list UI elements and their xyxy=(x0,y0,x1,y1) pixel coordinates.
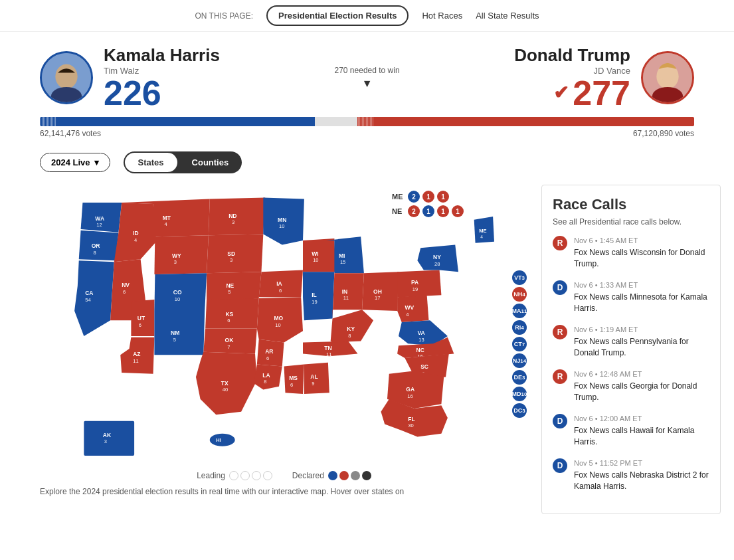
nj-badge: NJ14 xyxy=(512,353,527,368)
svg-text:OR: OR xyxy=(92,242,100,249)
trump-avatar xyxy=(641,51,694,104)
on-this-page-label: ON THIS PAGE: xyxy=(195,11,253,21)
ca-state[interactable] xyxy=(74,260,114,336)
svg-text:WI: WI xyxy=(312,250,318,257)
svg-text:NM: NM xyxy=(171,329,179,336)
counties-toggle-btn[interactable]: Counties xyxy=(179,151,242,173)
svg-text:AK: AK xyxy=(103,432,112,438)
win-checkmark-icon: ✔ xyxy=(553,84,569,102)
call-content: Nov 6 • 1:33 AM ET Fox News calls Minnes… xyxy=(574,280,709,314)
call-text: Fox News calls Minnesota for Kamala Harr… xyxy=(574,292,709,314)
harris-info: Kamala Harris Tim Walz 226 xyxy=(104,45,220,110)
de-badge: DE3 xyxy=(512,370,527,385)
ne-badge-1b: 1 xyxy=(437,205,449,217)
harris-section: Kamala Harris Tim Walz 226 xyxy=(40,45,220,110)
me-badge-2: 2 xyxy=(408,191,420,203)
hot-races-btn[interactable]: Hot Races xyxy=(422,11,462,21)
state-county-toggle: States Counties xyxy=(124,151,242,173)
nh-badge: NH4 xyxy=(512,287,527,302)
svg-text:11: 11 xyxy=(326,351,331,357)
svg-text:IL: IL xyxy=(312,292,317,298)
me-label: ME xyxy=(392,193,405,201)
us-map-svg: WA 12 OR 8 CA 54 NV 6 ID 4 xyxy=(40,184,518,463)
svg-text:KS: KS xyxy=(225,311,233,318)
wi-state[interactable] xyxy=(303,238,335,272)
rep-bar xyxy=(357,117,694,126)
nh-item: NH4 xyxy=(512,287,527,302)
leading-circle-1 xyxy=(229,471,238,480)
svg-text:AZ: AZ xyxy=(133,351,140,357)
svg-text:6: 6 xyxy=(139,322,141,328)
map-left-panel: 2024 Live ▾ States Counties ME 2 1 1 NE xyxy=(40,151,528,514)
ak-state[interactable] xyxy=(84,421,134,456)
svg-text:NE: NE xyxy=(226,282,234,289)
dc-item: DC3 xyxy=(512,403,527,418)
ri-item: RI4 xyxy=(512,320,527,335)
wy-state[interactable] xyxy=(154,235,208,274)
svg-text:13: 13 xyxy=(418,337,424,343)
svg-text:40: 40 xyxy=(223,387,228,393)
trump-name: Donald Trump xyxy=(514,45,630,66)
map-legend: Leading Declared xyxy=(40,471,528,480)
map-controls: 2024 Live ▾ States Counties xyxy=(40,151,528,173)
call-content: Nov 6 • 12:00 AM ET Fox News calls Hawai… xyxy=(574,414,709,448)
svg-text:54: 54 xyxy=(85,297,90,303)
svg-text:WY: WY xyxy=(172,252,181,259)
race-calls-title: Race Calls xyxy=(553,196,709,213)
hi-state[interactable] xyxy=(210,434,235,446)
harris-name: Kamala Harris xyxy=(104,45,220,66)
top-navigation: ON THIS PAGE: Presidential Election Resu… xyxy=(0,0,734,32)
presidential-election-results-btn[interactable]: Presidential Election Results xyxy=(266,5,409,26)
pa-state[interactable] xyxy=(397,270,441,297)
race-calls-list: R Nov 6 • 1:45 AM ET Fox News calls Wisc… xyxy=(553,236,709,492)
call-time: Nov 6 • 1:33 AM ET xyxy=(574,280,709,290)
declared-rep-dot xyxy=(339,471,349,480)
dem-bar xyxy=(40,117,315,126)
all-state-results-btn[interactable]: All State Results xyxy=(476,11,539,21)
svg-text:ND: ND xyxy=(229,213,236,219)
call-content: Nov 6 • 1:19 AM ET Fox News calls Pennsy… xyxy=(574,325,709,359)
call-time: Nov 6 • 12:48 AM ET xyxy=(574,369,709,379)
trump-popular-votes: 67,120,890 votes xyxy=(633,129,694,138)
map-container: ME 2 1 1 NE 2 1 1 1 VT3 xyxy=(40,184,528,466)
il-state[interactable] xyxy=(303,272,334,320)
race-call-item: D Nov 6 • 12:00 AM ET Fox News calls Haw… xyxy=(553,414,709,448)
svg-text:UT: UT xyxy=(138,315,145,322)
call-party-badge: R xyxy=(553,369,567,384)
race-call-item: R Nov 6 • 1:19 AM ET Fox News calls Penn… xyxy=(553,325,709,359)
nd-state[interactable] xyxy=(209,198,265,236)
declared-label: Declared xyxy=(292,471,324,480)
harris-electoral-votes: 226 xyxy=(104,76,220,110)
svg-text:30: 30 xyxy=(408,422,413,428)
declared-dem-dot xyxy=(328,471,337,480)
svg-text:WA: WA xyxy=(95,215,104,222)
svg-text:19: 19 xyxy=(413,286,418,292)
svg-text:MN: MN xyxy=(278,217,286,223)
trump-info: Donald Trump JD Vance ✔ 277 xyxy=(514,45,630,110)
svg-text:LA: LA xyxy=(262,372,270,379)
svg-text:3: 3 xyxy=(104,438,107,444)
call-party-badge: D xyxy=(553,458,567,473)
svg-text:6: 6 xyxy=(227,318,230,324)
call-party-badge: D xyxy=(553,280,567,295)
race-call-item: D Nov 5 • 11:52 PM ET Fox News calls Neb… xyxy=(553,458,709,492)
states-toggle-btn[interactable]: States xyxy=(125,153,177,172)
east-coast-states: VT3 NH4 MA11 RI4 CT7 NJ14 DE3 xyxy=(512,270,527,418)
year-selector[interactable]: 2024 Live ▾ xyxy=(40,153,110,172)
vt-badge: VT3 xyxy=(512,270,527,285)
dc-badge: DC3 xyxy=(512,403,527,418)
svg-text:9: 9 xyxy=(312,381,314,387)
call-party-badge: R xyxy=(553,236,567,250)
race-calls-subtitle: See all Presidential race calls below. xyxy=(553,217,709,227)
svg-text:AL: AL xyxy=(310,373,318,380)
race-call-item: D Nov 6 • 1:33 AM ET Fox News calls Minn… xyxy=(553,280,709,314)
nm-state[interactable] xyxy=(154,311,205,355)
progress-bar-section xyxy=(0,117,734,126)
svg-text:16: 16 xyxy=(407,393,413,399)
call-content: Nov 6 • 1:45 AM ET Fox News calls Wiscon… xyxy=(574,236,709,270)
svg-text:AR: AR xyxy=(265,348,273,355)
svg-text:4: 4 xyxy=(165,221,167,227)
svg-text:5: 5 xyxy=(228,289,230,295)
declared-gray-dot xyxy=(351,471,360,480)
svg-text:11: 11 xyxy=(133,358,138,364)
